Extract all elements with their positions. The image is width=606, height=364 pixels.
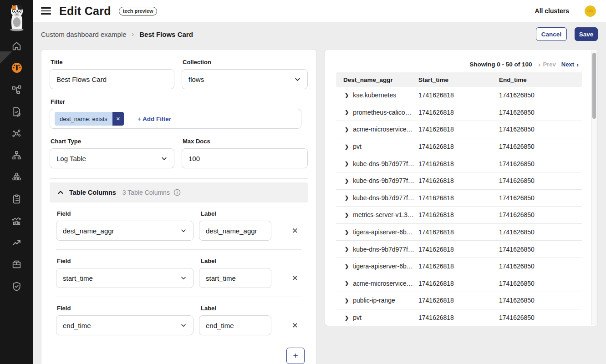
sidebar-item-compliance[interactable] (0, 188, 33, 210)
collection-select[interactable]: flows (182, 69, 308, 89)
add-column-button[interactable]: + (286, 348, 305, 364)
expand-row-icon[interactable]: ❯ (345, 144, 349, 150)
start-time-cell: 1741626818 (418, 280, 499, 287)
start-time-cell: 1741626818 (418, 246, 499, 253)
add-filter-button[interactable]: + Add Filter (137, 116, 171, 122)
table-row[interactable]: ❯ pvt 1741626818 1741626850 (336, 309, 582, 327)
sidebar-item-flow-visualizations[interactable] (0, 122, 33, 144)
chevron-up-icon (57, 189, 64, 196)
label-input[interactable]: end_time (199, 315, 271, 335)
label-input[interactable]: start_time (199, 268, 271, 288)
expand-row-icon[interactable]: ❯ (345, 109, 349, 115)
field-label: Field (57, 210, 200, 217)
field-select[interactable]: dest_name_aggr (56, 221, 194, 241)
sidebar-item-service-graph[interactable] (0, 79, 33, 101)
dest-name-cell: kube-dns-9b7d977f… (353, 194, 414, 202)
topology-icon (11, 150, 22, 161)
logs-icon (11, 106, 22, 117)
title-input[interactable]: Best Flows Card (50, 69, 174, 89)
table-row[interactable]: ❯ prometheus-calico… 1741626818 17416268… (336, 104, 582, 121)
table-row[interactable]: ❯ acme-microservice… 1741626818 17416268… (336, 121, 582, 138)
label-label: Label (201, 258, 216, 264)
clusters-icon (11, 172, 22, 182)
statistics-icon (11, 216, 22, 226)
expand-row-icon[interactable]: ❯ (345, 126, 349, 132)
dashboard-icon (11, 62, 22, 73)
page-title: Edit Card (59, 5, 111, 18)
start-time-cell: 1741626818 (418, 177, 499, 184)
table-columns-header[interactable]: Table Columns 3 Table Columns (50, 182, 308, 202)
start-time-cell: 1741626818 (418, 109, 499, 116)
sidebar-item-dashboards-active[interactable] (0, 57, 33, 79)
info-icon[interactable] (173, 189, 181, 196)
next-page-button[interactable]: Next › (561, 61, 579, 68)
end-time-cell: 1741626850 (499, 297, 582, 304)
table-row[interactable]: ❯ acme-microservice… 1741626818 17416268… (336, 275, 582, 293)
table-row[interactable]: ❯ kse.kubernetes 1741626818 1741626850 (336, 87, 582, 104)
sidebar-item-logs[interactable] (0, 101, 33, 122)
table-column-row: dest_name_aggr dest_name_aggr ✕ (56, 221, 301, 241)
hamburger-menu-icon[interactable] (41, 5, 51, 16)
expand-row-icon[interactable]: ❯ (345, 298, 349, 303)
end-time-cell: 1741626850 (499, 314, 582, 321)
filter-chip-remove-icon[interactable]: ✕ (112, 112, 124, 126)
expand-row-icon[interactable]: ❯ (345, 246, 349, 252)
remove-column-icon[interactable]: ✕ (292, 322, 298, 329)
showing-count: Showing 0 - 50 of 100 (469, 61, 532, 68)
expand-row-icon[interactable]: ❯ (345, 178, 349, 184)
sidebar-item-clusters[interactable] (0, 166, 33, 188)
expand-row-icon[interactable]: ❯ (345, 229, 349, 235)
sidebar-item-security[interactable] (0, 275, 33, 297)
table-row[interactable]: ❯ kube-dns-9b7d977f… 1741626818 17416268… (336, 155, 582, 172)
expand-row-icon[interactable]: ❯ (345, 280, 349, 286)
expand-row-icon[interactable]: ❯ (345, 195, 349, 201)
remove-column-icon[interactable]: ✕ (292, 274, 298, 282)
field-select[interactable]: end_time (56, 315, 194, 335)
chart-type-select[interactable]: Log Table (50, 148, 174, 168)
start-time-cell: 1741626818 (418, 228, 499, 236)
sidebar-item-statistics[interactable] (0, 210, 33, 232)
start-time-cell: 1741626818 (418, 211, 499, 218)
table-row[interactable]: ❯ metrics-server-v1.3… 1741626818 174162… (336, 207, 582, 224)
dest-name-cell: pvt (353, 143, 362, 150)
sidebar-item-home[interactable] (0, 35, 33, 57)
table-row[interactable]: ❯ tigera-apiserver-6b… 1741626818 174162… (336, 258, 582, 275)
expand-row-icon[interactable]: ❯ (345, 161, 349, 167)
sidebar-item-topology[interactable] (0, 144, 33, 166)
vertical-scrollbar[interactable] (591, 51, 596, 325)
expand-row-icon[interactable]: ❯ (345, 212, 349, 218)
home-icon (11, 41, 22, 51)
max-docs-input[interactable]: 100 (182, 148, 308, 168)
title-label: Title (51, 59, 174, 66)
sidebar-item-trends[interactable] (0, 232, 33, 253)
chevron-down-icon (180, 275, 187, 281)
table-row[interactable]: ❯ pvt 1741626818 1741626850 (336, 138, 582, 156)
table-row[interactable]: ❯ kube-dns-9b7d977f… 1741626818 17416268… (336, 241, 582, 258)
start-time-cell: 1741626818 (418, 91, 499, 99)
row-divider (56, 297, 301, 297)
field-select[interactable]: start_time (56, 268, 194, 288)
cluster-selector[interactable]: All clusters (535, 7, 569, 15)
expand-row-icon[interactable]: ❯ (345, 263, 349, 269)
scrollbar-thumb[interactable] (592, 53, 596, 119)
breadcrumb-current: Best Flows Card (139, 30, 193, 38)
prev-page-button[interactable]: ‹ Prev (539, 61, 556, 68)
breadcrumb-row: Custom dashboard example › Best Flows Ca… (33, 22, 606, 46)
expand-row-icon[interactable]: ❯ (345, 92, 349, 98)
breadcrumb-parent[interactable]: Custom dashboard example (41, 30, 127, 38)
table-row[interactable]: ❯ tigera-apiserver-6b… 1741626818 174162… (336, 224, 582, 241)
table-row[interactable]: ❯ public-ip-range 1741626818 1741626850 (336, 292, 582, 309)
chevron-down-icon (180, 228, 187, 234)
remove-column-icon[interactable]: ✕ (292, 227, 298, 235)
cancel-button[interactable]: Cancel (536, 27, 567, 41)
end-time-cell: 1741626850 (499, 177, 582, 184)
user-avatar[interactable]: CC (585, 5, 596, 17)
label-input[interactable]: dest_name_aggr (199, 221, 271, 241)
sidebar-item-packages[interactable] (0, 253, 33, 275)
table-row[interactable]: ❯ kube-dns-9b7d977f… 1741626818 17416268… (336, 190, 582, 207)
table-columns-title: Table Columns (69, 189, 116, 196)
table-row[interactable]: ❯ kube-dns-9b7d977f… 1741626818 17416268… (336, 172, 582, 190)
expand-row-icon[interactable]: ❯ (345, 315, 349, 321)
section-divider (50, 178, 308, 179)
save-button[interactable]: Save (575, 27, 598, 41)
